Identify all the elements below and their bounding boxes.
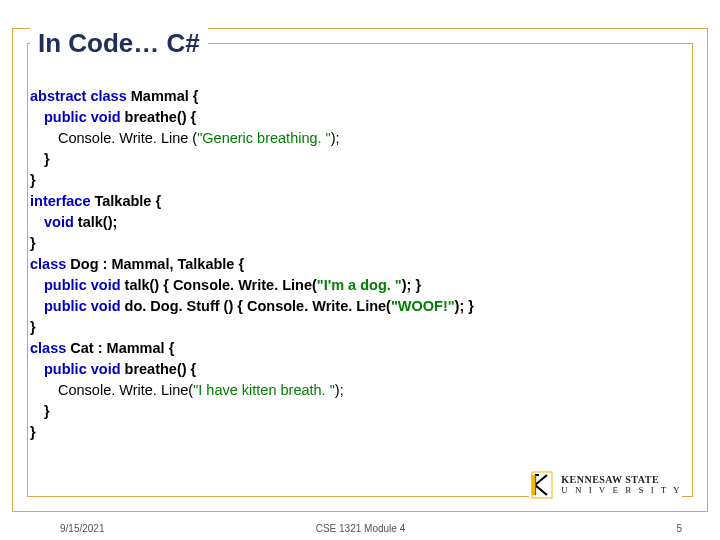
code-text: do. Dog. Stuff () { Console. Write. Line… <box>121 298 391 314</box>
code-text: } <box>44 149 690 170</box>
code-text: ); } <box>402 277 421 293</box>
code-text: Cat : Mammal { <box>66 340 174 356</box>
code-text: Console. Write. Line ( <box>58 130 197 146</box>
code-text: Mammal { <box>127 88 199 104</box>
code-text: } <box>30 317 690 338</box>
slide-footer: 9/15/2021 CSE 1321 Module 4 5 <box>0 523 720 534</box>
logo-text: KENNESAW STATE U N I V E R S I T Y <box>561 475 682 495</box>
keyword: class <box>30 256 66 272</box>
logo-icon <box>529 470 555 500</box>
keyword: class <box>30 340 66 356</box>
keyword: public void <box>44 109 121 125</box>
code-text: } <box>30 233 690 254</box>
code-text: Dog : Mammal, Talkable { <box>66 256 244 272</box>
keyword: void <box>44 214 74 230</box>
code-block: abstract class Mammal { public void brea… <box>30 86 690 443</box>
footer-module: CSE 1321 Module 4 <box>45 523 677 534</box>
university-logo: KENNESAW STATE U N I V E R S I T Y <box>529 470 682 500</box>
code-text: talk(); <box>74 214 118 230</box>
keyword: public void <box>44 298 121 314</box>
code-text: breathe() { <box>121 361 197 377</box>
code-text: breathe() { <box>121 109 197 125</box>
string-literal: "I have kitten breath. " <box>193 382 335 398</box>
keyword: abstract class <box>30 88 127 104</box>
keyword: public void <box>44 277 121 293</box>
code-text: ); <box>335 382 344 398</box>
code-text: } <box>30 422 690 443</box>
footer-page-number: 5 <box>676 523 682 534</box>
code-text: ); <box>331 130 340 146</box>
code-text: talk() { Console. Write. Line( <box>121 277 317 293</box>
keyword: public void <box>44 361 121 377</box>
string-literal: "WOOF!" <box>391 298 455 314</box>
code-text: Console. Write. Line( <box>58 382 193 398</box>
keyword: interface <box>30 193 90 209</box>
code-text: } <box>30 170 690 191</box>
string-literal: "Generic breathing. " <box>197 130 331 146</box>
string-literal: "I'm a dog. " <box>317 277 402 293</box>
logo-line1: KENNESAW STATE <box>561 475 682 486</box>
code-text: Talkable { <box>90 193 161 209</box>
code-text: ); } <box>455 298 474 314</box>
logo-line2: U N I V E R S I T Y <box>561 486 682 495</box>
slide-title: In Code… C# <box>30 28 208 59</box>
code-text: } <box>44 401 690 422</box>
